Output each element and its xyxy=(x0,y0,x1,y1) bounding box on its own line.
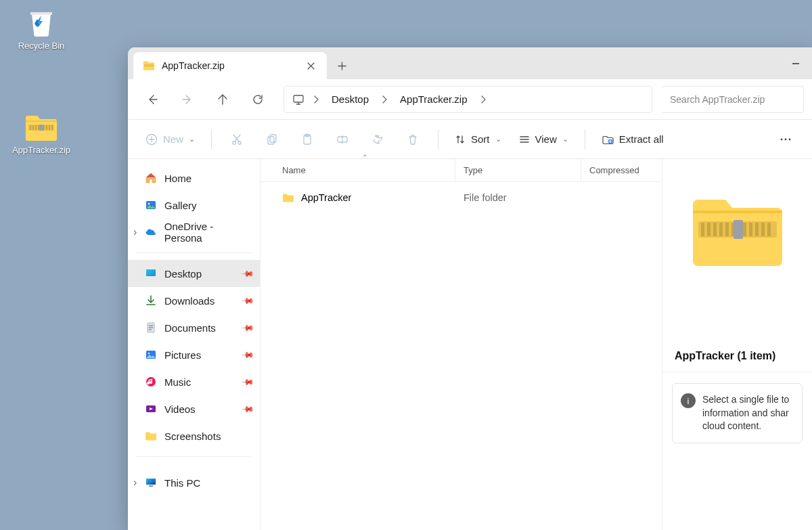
trash-icon xyxy=(407,133,419,146)
paste-button[interactable] xyxy=(292,126,323,153)
sidebar-item-label: Documents xyxy=(164,322,216,334)
sidebar-item-documents[interactable]: Documents 📌 xyxy=(128,314,260,341)
sort-button[interactable]: Sort ⌄ xyxy=(448,126,508,153)
sidebar-item-home[interactable]: Home xyxy=(128,164,260,192)
divider xyxy=(438,129,438,150)
more-icon xyxy=(780,137,792,141)
arrow-up-icon xyxy=(217,93,229,106)
svg-rect-1 xyxy=(30,125,31,130)
minimize-button[interactable] xyxy=(780,47,812,79)
svg-rect-35 xyxy=(146,479,156,485)
desktop-icon-recycle-bin[interactable]: Recycle Bin xyxy=(11,5,72,51)
sort-indicator-icon: ⌃ xyxy=(362,154,367,161)
breadcrumb-apptracker[interactable]: AppTracker.zip xyxy=(393,87,474,112)
sidebar-item-onedrive[interactable]: OneDrive - Persona xyxy=(128,219,260,246)
sidebar-item-pictures[interactable]: Pictures 📌 xyxy=(128,341,260,368)
delete-button[interactable] xyxy=(397,126,428,153)
close-tab-button[interactable] xyxy=(304,59,317,72)
tab-apptracker[interactable]: AppTracker.zip xyxy=(133,52,327,79)
sidebar-item-videos[interactable]: Videos 📌 xyxy=(128,395,260,422)
file-explorer-window: AppTracker.zip xyxy=(128,47,812,530)
divider xyxy=(136,456,252,457)
breadcrumb-chevron[interactable] xyxy=(476,95,491,104)
file-type-cell: File folder xyxy=(455,192,581,203)
cut-button[interactable] xyxy=(221,126,252,153)
breadcrumb-chevron[interactable] xyxy=(309,95,323,104)
sort-icon xyxy=(455,134,466,145)
breadcrumb-root[interactable] xyxy=(290,87,307,112)
svg-rect-11 xyxy=(144,64,154,66)
svg-rect-7 xyxy=(46,125,47,130)
sidebar-item-this-pc[interactable]: This PC xyxy=(128,469,260,496)
search-input[interactable] xyxy=(670,94,795,105)
column-header-name[interactable]: ⌃ Name xyxy=(274,159,455,181)
svg-rect-8 xyxy=(49,125,50,130)
desktop-icon xyxy=(144,267,158,280)
svg-rect-12 xyxy=(294,95,303,102)
desktop-icon-apptracker-zip[interactable]: AppTracker.zip xyxy=(11,114,72,155)
rename-button[interactable] xyxy=(327,126,358,153)
share-button[interactable] xyxy=(362,126,393,153)
svg-point-24 xyxy=(789,138,791,140)
pin-icon: 📌 xyxy=(241,348,255,362)
download-icon xyxy=(144,294,158,307)
close-icon xyxy=(307,62,315,70)
svg-rect-36 xyxy=(149,485,153,487)
svg-rect-44 xyxy=(743,223,746,236)
breadcrumb[interactable]: Desktop AppTracker.zip xyxy=(284,86,652,113)
tab-title: AppTracker.zip xyxy=(162,60,297,71)
column-header-compressed[interactable]: Compressed xyxy=(581,159,662,181)
recycle-bin-label: Recycle Bin xyxy=(11,41,72,51)
onedrive-icon xyxy=(144,225,158,239)
folder-icon xyxy=(282,192,294,203)
breadcrumb-chevron[interactable] xyxy=(377,95,392,104)
sidebar-item-desktop[interactable]: Desktop 📌 xyxy=(128,260,260,287)
rename-icon xyxy=(336,133,348,146)
explorer-body: Home Gallery OneDrive - Persona Desktop … xyxy=(128,159,812,530)
tab-strip: AppTracker.zip xyxy=(128,47,812,79)
forward-button[interactable] xyxy=(171,86,204,113)
cut-icon xyxy=(231,133,243,146)
plus-icon xyxy=(338,62,346,70)
breadcrumb-desktop[interactable]: Desktop xyxy=(325,87,376,112)
copy-button[interactable] xyxy=(256,126,288,153)
extract-icon xyxy=(602,133,614,146)
sidebar-item-gallery[interactable]: Gallery xyxy=(128,192,260,219)
column-label: Compressed xyxy=(589,165,639,175)
svg-rect-42 xyxy=(725,223,729,236)
sidebar-item-label: Home xyxy=(164,173,191,184)
file-row[interactable]: AppTracker File folder xyxy=(261,186,662,209)
new-tab-button[interactable] xyxy=(327,52,357,79)
new-button[interactable]: New ⌄ xyxy=(139,126,202,153)
details-pane: AppTracker (1 item) i Select a single fi… xyxy=(662,159,812,530)
column-headers: ⌃ Name Type Compressed xyxy=(261,159,662,182)
new-label: New xyxy=(163,133,183,145)
plus-circle-icon xyxy=(145,133,158,146)
extract-all-button[interactable]: Extract all xyxy=(595,126,671,153)
view-button[interactable]: View ⌄ xyxy=(512,126,575,153)
zip-folder-large-icon xyxy=(690,193,785,269)
sidebar-item-label: Gallery xyxy=(164,200,197,211)
sidebar-item-screenshots[interactable]: Screenshots xyxy=(128,422,260,449)
copy-icon xyxy=(266,133,278,146)
svg-rect-9 xyxy=(51,125,53,130)
more-button[interactable] xyxy=(770,126,801,153)
svg-rect-41 xyxy=(719,223,723,236)
refresh-icon xyxy=(252,93,264,106)
svg-point-15 xyxy=(238,141,241,143)
up-button[interactable] xyxy=(206,86,239,113)
window-controls xyxy=(780,47,812,79)
view-label: View xyxy=(535,133,557,145)
sidebar-item-music[interactable]: Music 📌 xyxy=(128,368,260,395)
file-rows: AppTracker File folder xyxy=(261,182,662,530)
svg-point-31 xyxy=(148,353,150,355)
column-header-type[interactable]: Type xyxy=(455,159,581,181)
svg-rect-45 xyxy=(749,223,752,236)
svg-rect-6 xyxy=(43,125,45,130)
back-button[interactable] xyxy=(136,86,168,113)
sidebar-item-label: Music xyxy=(164,376,191,388)
search-box[interactable] xyxy=(662,86,804,113)
pin-icon: 📌 xyxy=(241,321,255,335)
sidebar-item-downloads[interactable]: Downloads 📌 xyxy=(128,287,260,314)
refresh-button[interactable] xyxy=(242,86,274,113)
